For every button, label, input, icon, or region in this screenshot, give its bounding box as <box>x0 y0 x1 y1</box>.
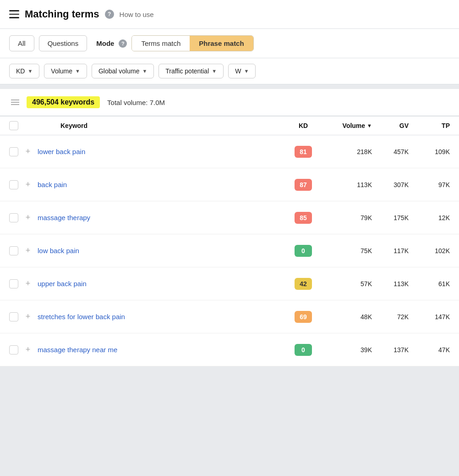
row-kd-6: 0 <box>285 344 322 356</box>
row-checkbox-4[interactable] <box>9 279 18 288</box>
row-volume-0: 218K <box>322 148 372 155</box>
tab-all[interactable]: All <box>9 35 34 51</box>
row-gv-6: 137K <box>372 346 409 354</box>
row-tp-5: 147K <box>409 313 450 321</box>
tab-phrase-match[interactable]: Phrase match <box>190 36 253 51</box>
mode-tab-group: Terms match Phrase match <box>131 35 253 51</box>
row-gv-0: 457K <box>372 148 409 155</box>
row-keyword-3[interactable]: low back pain <box>38 247 285 255</box>
row-add-button-2[interactable]: + <box>23 213 33 223</box>
kd-badge-1: 87 <box>295 179 312 191</box>
filter-bar: KD ▼ Volume ▼ Global volume ▼ Traffic po… <box>0 58 459 84</box>
total-volume-text: Total volume: 7.0M <box>107 99 165 106</box>
chevron-down-icon: ▼ <box>27 68 33 74</box>
row-gv-1: 307K <box>372 181 409 188</box>
chevron-down-icon: ▼ <box>244 68 249 74</box>
table-row: + upper back pain 42 57K 113K 61K <box>0 267 459 300</box>
tab-questions[interactable]: Questions <box>39 35 87 51</box>
hamburger-icon[interactable] <box>9 10 19 18</box>
filter-kd-label: KD <box>16 67 25 75</box>
summary-bar: 496,504 keywords Total volume: 7.0M <box>0 89 459 116</box>
row-keyword-6[interactable]: massage therapy near me <box>38 346 285 354</box>
mode-help-icon[interactable]: ? <box>119 39 127 48</box>
row-tp-1: 97K <box>409 181 450 188</box>
row-add-button-3[interactable]: + <box>23 246 33 256</box>
table-body: + lower back pain 81 218K 457K 109K + ba… <box>0 135 459 366</box>
row-checkbox-6[interactable] <box>9 345 18 354</box>
col-header-keyword: Keyword <box>38 122 285 129</box>
row-add-button-6[interactable]: + <box>23 345 33 355</box>
table-header-row: Keyword KD Volume ▼ GV TP <box>0 116 459 135</box>
row-checkbox-1[interactable] <box>9 180 18 189</box>
select-all-checkbox[interactable] <box>9 121 18 130</box>
table-row: + back pain 87 113K 307K 97K <box>0 168 459 201</box>
mode-toolbar: All Questions Mode ? Terms match Phrase … <box>0 29 459 58</box>
filter-kd[interactable]: KD ▼ <box>9 64 39 78</box>
kd-badge-0: 81 <box>295 146 312 158</box>
kd-badge-5: 69 <box>295 311 312 323</box>
row-keyword-1[interactable]: back pain <box>38 181 285 188</box>
row-kd-0: 81 <box>285 146 322 158</box>
row-volume-3: 75K <box>322 247 372 255</box>
row-kd-5: 69 <box>285 311 322 323</box>
row-keyword-2[interactable]: massage therapy <box>38 214 285 221</box>
kd-badge-4: 42 <box>295 278 312 290</box>
row-tp-0: 109K <box>409 148 450 155</box>
sort-arrow-icon: ▼ <box>367 123 372 128</box>
kd-badge-6: 0 <box>295 344 312 356</box>
kd-badge-3: 0 <box>295 245 312 257</box>
table-row: + low back pain 0 75K 117K 102K <box>0 234 459 267</box>
row-keyword-0[interactable]: lower back pain <box>38 148 285 155</box>
table-row: + stretches for lower back pain 69 48K 7… <box>0 300 459 333</box>
col-header-volume[interactable]: Volume ▼ <box>322 122 372 129</box>
header-help-icon[interactable]: ? <box>105 10 114 19</box>
chevron-down-icon: ▼ <box>212 68 217 74</box>
row-gv-2: 175K <box>372 214 409 221</box>
keywords-table: Keyword KD Volume ▼ GV TP + lower back p… <box>0 116 459 366</box>
row-volume-1: 113K <box>322 181 372 188</box>
table-row: + massage therapy 85 79K 175K 12K <box>0 201 459 234</box>
table-row: + lower back pain 81 218K 457K 109K <box>0 135 459 168</box>
row-checkbox-0[interactable] <box>9 147 18 156</box>
filter-volume[interactable]: Volume ▼ <box>44 64 87 78</box>
row-kd-2: 85 <box>285 212 322 224</box>
row-keyword-5[interactable]: stretches for lower back pain <box>38 313 285 321</box>
row-keyword-4[interactable]: upper back pain <box>38 280 285 288</box>
row-checkbox-5[interactable] <box>9 312 18 321</box>
filter-gv-label: Global volume <box>98 67 140 75</box>
row-volume-2: 79K <box>322 214 372 221</box>
row-kd-4: 42 <box>285 278 322 290</box>
row-kd-3: 0 <box>285 245 322 257</box>
row-tp-3: 102K <box>409 247 450 255</box>
keyword-count-badge: 496,504 keywords <box>27 96 100 108</box>
row-volume-5: 48K <box>322 313 372 321</box>
row-add-button-4[interactable]: + <box>23 279 33 289</box>
filter-more-label: W <box>235 67 241 75</box>
row-gv-4: 113K <box>372 280 409 288</box>
row-gv-5: 72K <box>372 313 409 321</box>
lines-icon[interactable] <box>11 100 19 105</box>
filter-global-volume[interactable]: Global volume ▼ <box>92 64 154 78</box>
col-header-kd: KD <box>285 122 322 129</box>
row-tp-2: 12K <box>409 214 450 221</box>
row-tp-6: 47K <box>409 346 450 354</box>
row-add-button-1[interactable]: + <box>23 180 33 190</box>
filter-volume-label: Volume <box>51 67 72 75</box>
col-header-gv: GV <box>372 122 409 129</box>
kd-badge-2: 85 <box>295 212 312 224</box>
row-add-button-0[interactable]: + <box>23 147 33 157</box>
row-checkbox-2[interactable] <box>9 213 18 222</box>
row-add-button-5[interactable]: + <box>23 312 33 322</box>
row-volume-4: 57K <box>322 280 372 288</box>
filter-tp-label: Traffic potential <box>165 67 209 75</box>
row-kd-1: 87 <box>285 179 322 191</box>
col-header-tp: TP <box>409 122 450 129</box>
filter-more[interactable]: W ▼ <box>228 64 256 78</box>
row-gv-3: 117K <box>372 247 409 255</box>
how-to-use-link[interactable]: How to use <box>120 11 154 18</box>
filter-traffic-potential[interactable]: Traffic potential ▼ <box>158 64 224 78</box>
page-title: Matching terms <box>25 8 99 20</box>
row-checkbox-3[interactable] <box>9 246 18 255</box>
chevron-down-icon: ▼ <box>142 68 147 74</box>
tab-terms-match[interactable]: Terms match <box>132 36 190 51</box>
